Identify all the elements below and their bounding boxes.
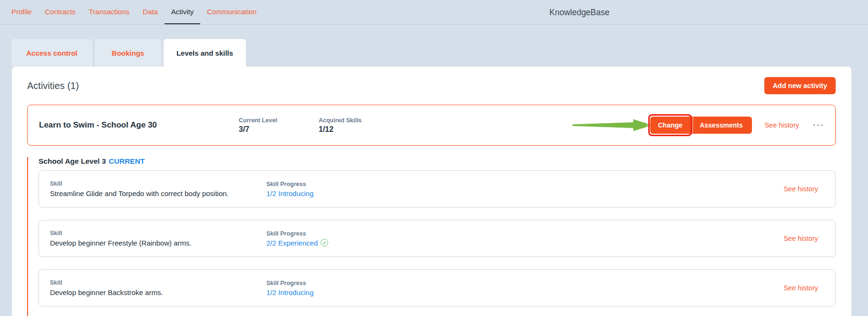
level-title: School Age Level 3 bbox=[39, 157, 106, 165]
skill-see-history-link[interactable]: See history bbox=[783, 185, 818, 193]
assessments-button[interactable]: Assessments bbox=[690, 117, 752, 134]
acquired-skills-stat: Acquired Skills 1/12 bbox=[319, 117, 399, 134]
acquired-skills-label: Acquired Skills bbox=[319, 117, 399, 124]
skill-progress-value: 1/2 Introducing bbox=[266, 288, 313, 296]
nav-item-transactions[interactable]: Transactions bbox=[82, 0, 136, 24]
skill-progress-value: 2/2 Experienced bbox=[266, 239, 318, 247]
skill-progress-value: 1/2 Introducing bbox=[266, 189, 313, 198]
skill-label: Skill bbox=[50, 279, 266, 286]
current-level-value: 3/7 bbox=[239, 125, 319, 134]
nav-item-activity[interactable]: Activity bbox=[165, 0, 201, 24]
sub-tabs: Access control Bookings Levels and skill… bbox=[11, 39, 868, 67]
activity-title: Learn to Swim - School Age 30 bbox=[39, 120, 239, 130]
skill-label: Skill bbox=[50, 230, 266, 237]
acquired-skills-value: 1/12 bbox=[319, 125, 399, 134]
nav-item-communication[interactable]: Communication bbox=[200, 0, 263, 24]
tab-access-control[interactable]: Access control bbox=[11, 39, 92, 67]
annotation-arrow-icon bbox=[572, 118, 654, 132]
change-button[interactable]: Change bbox=[650, 117, 690, 134]
skill-see-history-link[interactable]: See history bbox=[783, 284, 818, 292]
skill-row: Skill Develop beginner Backstroke arms. … bbox=[39, 269, 836, 306]
skill-progress: Skill Progress 1/2 Introducing bbox=[266, 280, 390, 296]
level-heading: School Age Level 3CURRENT bbox=[39, 157, 836, 166]
skill-row: Skill Streamline Glide and Torpedo with … bbox=[39, 170, 836, 207]
activities-header: Activities (1) Add new activity bbox=[12, 67, 851, 94]
tab-bookings[interactable]: Bookings bbox=[95, 39, 161, 67]
skill-info: Skill Streamline Glide and Torpedo with … bbox=[50, 180, 266, 198]
activity-card: Learn to Swim - School Age 30 Current Le… bbox=[27, 105, 836, 146]
activities-heading: Activities (1) bbox=[27, 80, 79, 91]
skill-info: Skill Develop beginner Freestyle (Rainbo… bbox=[50, 230, 266, 247]
more-options-icon[interactable] bbox=[813, 124, 823, 126]
nav-item-contracts[interactable]: Contracts bbox=[39, 0, 82, 24]
skill-name: Develop beginner Freestyle (Rainbow) arm… bbox=[50, 239, 266, 247]
tab-levels-and-skills[interactable]: Levels and skills bbox=[164, 39, 246, 67]
skill-name: Develop beginner Backstroke arms. bbox=[50, 288, 266, 296]
activity-see-history-link[interactable]: See history bbox=[764, 121, 799, 129]
skill-label: Skill bbox=[50, 180, 266, 187]
skill-info: Skill Develop beginner Backstroke arms. bbox=[50, 279, 266, 296]
skill-row: Skill Develop beginner Freestyle (Rainbo… bbox=[39, 220, 836, 257]
levels-and-skills-panel: Activities (1) Add new activity Learn to… bbox=[12, 67, 851, 316]
skill-name: Streamline Glide and Torpedo with correc… bbox=[50, 189, 266, 198]
add-new-activity-button[interactable]: Add new activity bbox=[764, 77, 836, 94]
skill-progress-label: Skill Progress bbox=[266, 181, 390, 188]
page-title: KnowledgeBase bbox=[549, 7, 609, 17]
skill-progress: Skill Progress 1/2 Introducing bbox=[266, 181, 390, 198]
current-level-label: Current Level bbox=[239, 117, 319, 124]
main-nav: Profile Contracts Transactions Data Acti… bbox=[5, 0, 263, 24]
skill-progress-label: Skill Progress bbox=[266, 230, 390, 237]
top-header: Profile Contracts Transactions Data Acti… bbox=[0, 0, 868, 25]
skill-see-history-link[interactable]: See history bbox=[783, 235, 818, 242]
activity-actions-group: Change Assessments bbox=[650, 117, 752, 134]
skill-progress-label: Skill Progress bbox=[266, 280, 390, 286]
current-level-stat: Current Level 3/7 bbox=[239, 117, 319, 134]
nav-item-profile[interactable]: Profile bbox=[5, 0, 39, 24]
nav-item-data[interactable]: Data bbox=[136, 0, 165, 24]
experienced-check-icon: ✓ bbox=[321, 239, 328, 247]
level-section: School Age Level 3CURRENT Skill Streamli… bbox=[27, 157, 836, 316]
skill-progress: Skill Progress 2/2 Experienced ✓ bbox=[266, 230, 390, 247]
current-badge: CURRENT bbox=[109, 157, 145, 165]
arrow-spacer bbox=[399, 105, 650, 145]
